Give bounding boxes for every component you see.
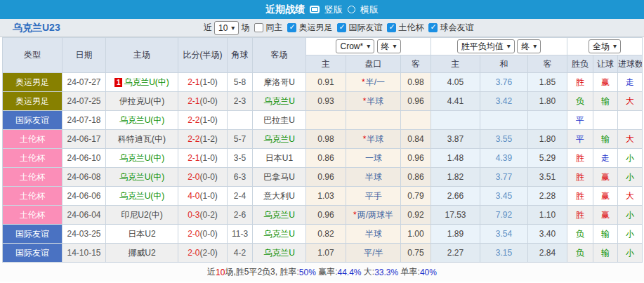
odds-time-select[interactable]: 终▾ — [377, 39, 401, 53]
vertical-layout-radio[interactable] — [310, 6, 320, 13]
away-team-cell: 巴拉圭U — [253, 111, 306, 130]
home-team-cell: 乌克兰U(中) — [106, 111, 178, 130]
odds-home: 0.96 — [306, 206, 346, 225]
intl-friendly-checkbox[interactable] — [337, 23, 346, 32]
intl-friendly-label[interactable]: 国际友谊 — [348, 22, 382, 34]
home-team-link[interactable]: 科特迪瓦(中) — [118, 134, 166, 144]
odds-select-group: Crow*▾ 终▾ — [306, 38, 431, 55]
score-cell: 2-2(1-0) — [178, 111, 228, 130]
col-header-score: 比分(半场) — [178, 38, 228, 73]
avg-away: 1.80 — [528, 92, 567, 111]
toulon-checkbox[interactable] — [387, 23, 396, 32]
match-type: 土伦杯 — [3, 149, 63, 168]
match-type: 奥运男足 — [3, 92, 63, 111]
horizontal-layout-label[interactable]: 横版 — [360, 4, 379, 16]
chevron-down-icon: ▾ — [231, 22, 235, 34]
home-team-link[interactable]: 乌克兰U(中) — [124, 77, 169, 87]
odds-company-select[interactable]: Crow*▾ — [336, 39, 374, 53]
avg-away — [528, 111, 567, 130]
summary-segment: 大: — [362, 266, 375, 278]
match-count-select[interactable]: 10▾ — [214, 21, 239, 35]
results-table: 类型 日期 主场 比分(半场) 角球 客场 Crow*▾ 终▾ 胜平负均值▾ 终… — [2, 37, 643, 263]
match-date: 24-07-27 — [63, 73, 106, 92]
home-team-link[interactable]: 印尼U2(中) — [121, 210, 162, 220]
scope-select[interactable]: 全场▾ — [589, 39, 621, 53]
away-team-link[interactable]: 乌克兰U — [263, 210, 295, 220]
home-team-link[interactable]: 乌克兰U(中) — [119, 191, 165, 201]
home-team-link[interactable]: 日本U2 — [128, 229, 155, 239]
avg-home: 2.27 — [431, 244, 480, 263]
home-team-link[interactable]: 乌克兰U(中) — [119, 153, 165, 163]
away-team-link[interactable]: 乌克兰U — [263, 229, 295, 239]
odds-away: 0.79 — [401, 187, 431, 206]
away-team-link[interactable]: 意大利U — [263, 191, 295, 201]
avg-type-select[interactable]: 胜平负均值▾ — [457, 39, 515, 53]
handicap-cell: *半球 — [346, 92, 401, 111]
score-cell: 2-2(1-2) — [178, 130, 228, 149]
col-header-type: 类型 — [3, 38, 63, 73]
avg-time-select[interactable]: 终▾ — [517, 39, 541, 53]
home-team-link[interactable]: 乌克兰U(中) — [119, 172, 165, 182]
odds-home — [306, 111, 346, 130]
odds-home: 0.98 — [306, 130, 346, 149]
avg-away: 3.40 — [528, 225, 567, 244]
goals-result-cell: 小 — [618, 206, 643, 225]
corner-cell: 3-5 — [228, 149, 253, 168]
avg-home: 1.48 — [431, 149, 480, 168]
col-header-goals: 进球数 — [618, 55, 643, 73]
horizontal-layout-radio[interactable] — [348, 6, 355, 13]
home-team-cell: 日本U2 — [106, 225, 178, 244]
odds-home: 1.07 — [306, 244, 346, 263]
home-team-cell: 1乌克兰U(中) — [106, 73, 178, 92]
spread-result-cell: 赢 — [593, 187, 618, 206]
match-date: 24-06-04 — [63, 206, 106, 225]
away-team-link[interactable]: 巴拿马U — [263, 172, 295, 182]
match-date: 24-06-10 — [63, 149, 106, 168]
club-friendly-checkbox[interactable] — [428, 23, 438, 32]
avg-select-group: 胜平负均值▾ 终▾ — [431, 38, 567, 55]
filter-bar: 乌克兰U23 近 10▾ 场 同主 奥运男足 国际友谊 土伦杯 球会友谊 — [0, 19, 644, 37]
club-friendly-label[interactable]: 球会友谊 — [440, 22, 473, 34]
avg-draw: 3.55 — [480, 130, 528, 149]
same-host-label[interactable]: 同主 — [265, 22, 282, 34]
odds-away: 0.84 — [401, 130, 431, 149]
away-team-link[interactable]: 日本U1 — [265, 153, 293, 163]
avg-away: 3.51 — [528, 168, 567, 187]
avg-home: 4.41 — [431, 92, 480, 111]
avg-away: 2.28 — [528, 187, 567, 206]
handicap-cell: *两/两球半 — [346, 206, 401, 225]
away-team-link[interactable]: 摩洛哥U — [263, 77, 295, 87]
odds-home: 0.82 — [306, 225, 346, 244]
away-team-cell: 乌克兰U — [253, 130, 306, 149]
away-team-link[interactable]: 乌克兰U — [263, 134, 295, 144]
chevron-down-icon: ▾ — [533, 41, 537, 52]
match-date: 24-07-18 — [63, 111, 106, 130]
col-header-corner: 角球 — [228, 38, 253, 73]
goals-result-cell: 小 — [618, 225, 643, 244]
score-cell: 2-0(0-0) — [178, 225, 228, 244]
vertical-layout-label[interactable]: 竖版 — [324, 4, 343, 16]
match-date: 24-06-06 — [63, 187, 106, 206]
olympic-checkbox[interactable] — [287, 23, 296, 32]
home-team-link[interactable]: 乌克兰U(中) — [119, 115, 165, 125]
col-header-avg-draw: 和 — [480, 55, 528, 73]
handicap-cell: 半球 — [346, 225, 401, 244]
spread-result-cell: 输 — [593, 92, 618, 111]
home-team-link[interactable]: 伊拉克U(中) — [119, 96, 165, 106]
match-date: 24-06-17 — [63, 130, 106, 149]
same-host-checkbox[interactable] — [254, 23, 263, 32]
result-cell: 胜 — [567, 206, 593, 225]
spread-result-cell: 输 — [593, 130, 618, 149]
olympic-label[interactable]: 奥运男足 — [298, 22, 332, 34]
away-team-link[interactable]: 乌克兰U — [263, 248, 295, 258]
away-team-link[interactable]: 乌克兰U — [263, 96, 295, 106]
away-team-link[interactable]: 巴拉圭U — [263, 115, 295, 125]
spread-result-cell: 赢 — [593, 206, 618, 225]
home-team-link[interactable]: 挪威U2 — [128, 248, 155, 258]
avg-draw: 7.92 — [480, 206, 528, 225]
summary-segment: 33.3% — [374, 268, 398, 277]
col-header-away: 客场 — [253, 38, 306, 73]
toulon-label[interactable]: 土伦杯 — [398, 22, 423, 34]
result-cell: 胜 — [567, 187, 593, 206]
odds-home: 0.86 — [306, 149, 346, 168]
